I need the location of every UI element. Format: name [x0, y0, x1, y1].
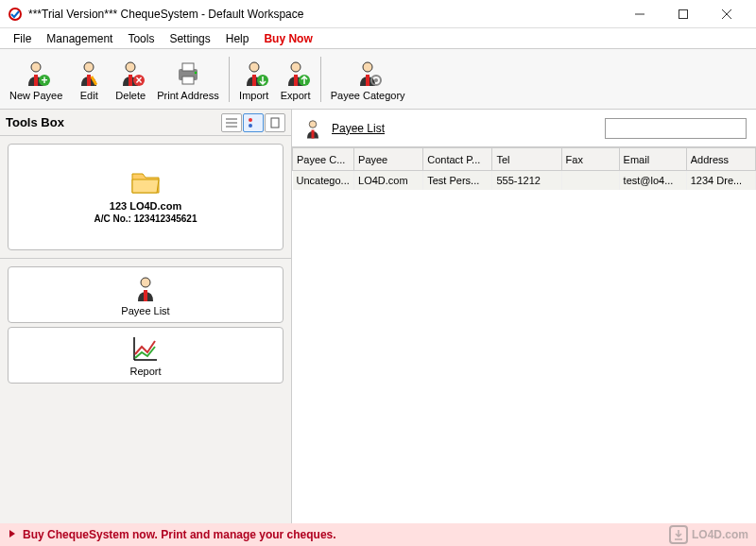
svg-rect-6 — [34, 75, 38, 86]
svg-point-20 — [249, 62, 259, 72]
menu-help[interactable]: Help — [218, 30, 257, 47]
title-bar: ***Trial Version*** ChequeSystem - Defau… — [0, 0, 756, 28]
toolbar-label: New Payee — [9, 90, 62, 101]
nav-section: Payee List Report — [0, 259, 291, 523]
svg-rect-24 — [294, 75, 298, 86]
menu-bar: File Management Tools Settings Help Buy … — [0, 28, 756, 49]
col-fax[interactable]: Fax — [561, 148, 619, 171]
person-gear-icon — [352, 58, 383, 88]
payee-table: Payee C... Payee Contact P... Tel Fax Em… — [292, 147, 756, 190]
toolsbox-title: Tools Box — [6, 115, 220, 129]
delete-button[interactable]: × Delete — [110, 51, 151, 108]
person-icon — [301, 115, 324, 142]
nav-report[interactable]: Report — [8, 327, 284, 384]
person-edit-icon — [74, 58, 104, 88]
toolbar-separator — [229, 57, 230, 102]
svg-text:×: × — [136, 74, 143, 87]
col-tel[interactable]: Tel — [492, 148, 561, 171]
menu-management[interactable]: Management — [39, 30, 120, 47]
svg-rect-21 — [252, 75, 256, 86]
svg-point-5 — [31, 62, 41, 72]
view-list-button[interactable] — [221, 113, 242, 132]
col-address[interactable]: Address — [686, 148, 755, 171]
minimize-button[interactable] — [618, 0, 662, 28]
svg-point-26 — [363, 62, 372, 72]
printer-icon — [173, 58, 203, 88]
menu-tools[interactable]: Tools — [120, 30, 162, 47]
edit-button[interactable]: Edit — [68, 51, 110, 108]
svg-rect-10 — [87, 75, 91, 86]
account-name: 123 LO4D.com — [110, 200, 181, 212]
table-row[interactable]: Uncatego... LO4D.com Test Pers... 555-12… — [293, 171, 756, 190]
toolbar-label: Export — [281, 90, 311, 101]
view-icons-button[interactable] — [243, 113, 264, 132]
svg-rect-41 — [312, 129, 315, 138]
menu-buy-now[interactable]: Buy Now — [256, 30, 319, 47]
list-header: Payee List — [292, 110, 756, 147]
person-delete-icon: × — [115, 58, 146, 88]
nav-label: Report — [129, 366, 161, 377]
toolbar-label: Print Address — [157, 90, 218, 101]
toolbar: + New Payee Edit × Delete Print Address … — [0, 49, 756, 110]
svg-rect-35 — [271, 118, 279, 128]
account-card[interactable]: 123 LO4D.com A/C No.: 123412345621 — [8, 144, 284, 250]
account-section: 123 LO4D.com A/C No.: 123412345621 — [0, 136, 291, 259]
payee-category-button[interactable]: Payee Category — [325, 51, 411, 108]
search-input[interactable] — [605, 118, 747, 139]
new-payee-button[interactable]: + New Payee — [4, 51, 68, 108]
folder-icon — [130, 170, 161, 195]
menu-file[interactable]: File — [6, 30, 39, 47]
col-contact-person[interactable]: Contact P... — [423, 148, 492, 171]
cell-tel: 555-1212 — [492, 171, 561, 190]
person-add-icon: + — [21, 58, 51, 88]
export-button[interactable]: Export — [275, 51, 317, 108]
person-import-icon — [239, 58, 269, 88]
left-panel: Tools Box 123 LO4D.com A/C No.: 12341234… — [0, 110, 291, 523]
window-title: ***Trial Version*** ChequeSystem - Defau… — [28, 8, 618, 21]
person-icon — [130, 273, 161, 303]
cell-payee: LO4D.com — [354, 171, 423, 190]
nav-payee-list[interactable]: Payee List — [8, 266, 284, 323]
cell-email: test@lo4... — [619, 171, 686, 190]
col-email[interactable]: Email — [619, 148, 686, 171]
view-detail-button[interactable] — [265, 113, 285, 132]
right-panel: Payee List Payee C... Payee Contact P...… — [291, 110, 756, 523]
chart-icon — [130, 333, 161, 364]
close-button[interactable] — [705, 0, 748, 28]
table-container[interactable]: Payee C... Payee Contact P... Tel Fax Em… — [292, 147, 756, 523]
menu-settings[interactable]: Settings — [162, 30, 217, 47]
svg-point-23 — [291, 62, 301, 72]
svg-rect-37 — [144, 290, 147, 301]
svg-point-19 — [195, 71, 197, 73]
cell-payee-category: Uncatego... — [293, 171, 354, 190]
svg-point-40 — [309, 120, 317, 128]
svg-point-9 — [84, 62, 94, 72]
list-title: Payee List — [332, 122, 597, 135]
svg-text:+: + — [42, 74, 48, 87]
svg-point-12 — [126, 62, 135, 72]
svg-point-34 — [249, 124, 252, 128]
app-icon — [8, 7, 23, 22]
print-address-button[interactable]: Print Address — [151, 51, 224, 108]
svg-point-29 — [374, 78, 378, 82]
person-export-icon — [281, 58, 311, 88]
account-number: A/C No.: 123412345621 — [94, 213, 198, 224]
svg-point-36 — [141, 278, 150, 287]
col-payee[interactable]: Payee — [354, 148, 423, 171]
arrow-right-icon — [8, 528, 17, 541]
svg-rect-13 — [129, 75, 132, 86]
svg-rect-2 — [679, 9, 688, 18]
status-text: Buy ChequeSystem now. Print and manage y… — [23, 528, 336, 541]
status-bar[interactable]: Buy ChequeSystem now. Print and manage y… — [0, 523, 756, 546]
cell-address: 1234 Dre... — [686, 171, 755, 190]
toolbar-separator — [320, 57, 321, 102]
toolsbox-header: Tools Box — [0, 110, 291, 136]
maximize-button[interactable] — [662, 0, 705, 28]
svg-point-33 — [249, 118, 252, 122]
col-payee-category[interactable]: Payee C... — [293, 148, 354, 171]
svg-rect-27 — [366, 75, 369, 86]
svg-point-0 — [9, 9, 21, 20]
import-button[interactable]: Import — [233, 51, 275, 108]
cell-fax — [561, 171, 619, 190]
svg-rect-17 — [182, 63, 194, 71]
